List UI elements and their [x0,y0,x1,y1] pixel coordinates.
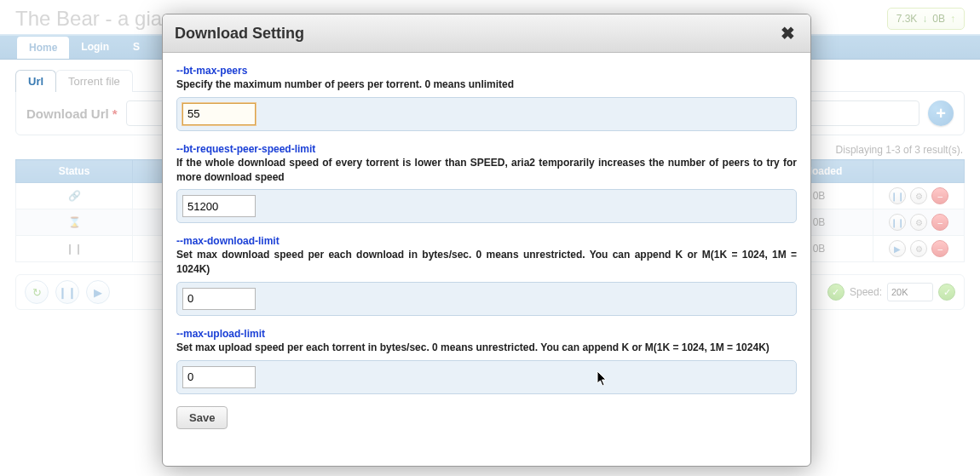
modal-title: Download Setting [175,25,304,43]
setting-key: --max-upload-limit [176,328,797,340]
setting-key: --max-download-limit [176,235,797,247]
setting-field [176,189,797,223]
save-button[interactable]: Save [176,406,228,429]
setting-desc: Set max upload speed per each torrent in… [176,341,797,355]
setting-desc: If the whole download speed of every tor… [176,156,797,185]
setting-key: --bt-max-peers [176,65,797,77]
setting-desc: Set max download speed per each download… [176,248,797,277]
setting-desc: Specify the maximum number of peers per … [176,77,797,92]
download-setting-modal: Download Setting ✖ --bt-max-peers Specif… [162,14,811,467]
bt-request-peer-speed-limit-input[interactable] [182,195,256,217]
close-icon[interactable]: ✖ [777,23,798,43]
setting-field [176,97,797,131]
setting-field [176,360,797,394]
bt-max-peers-input[interactable] [182,103,256,125]
setting-key: --bt-request-peer-speed-limit [176,143,797,155]
setting-field [176,282,797,316]
max-download-limit-input[interactable] [182,288,256,310]
tab-url[interactable]: Url [15,70,56,92]
modal-body[interactable]: --bt-max-peers Specify the maximum numbe… [163,53,810,466]
max-upload-limit-input[interactable] [182,366,256,388]
